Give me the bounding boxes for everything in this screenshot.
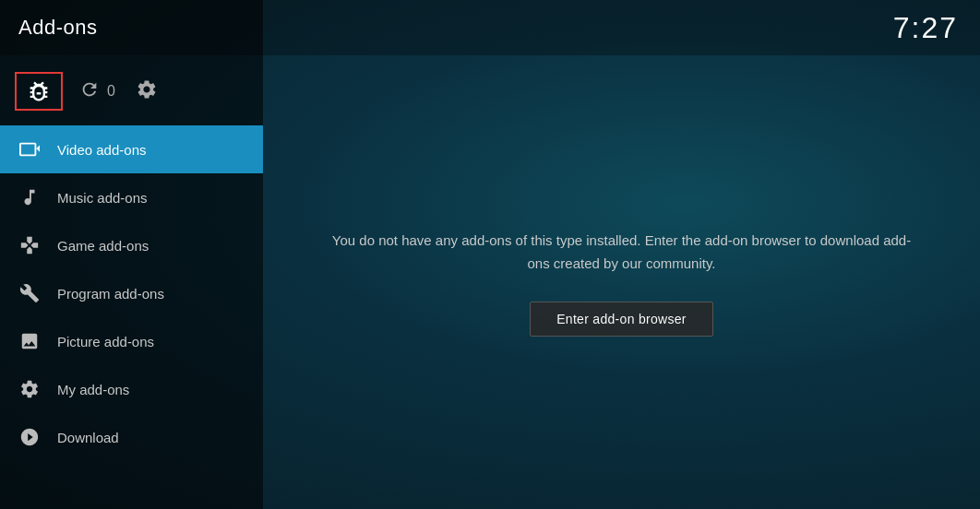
sidebar-item-picture-label: Picture add-ons [57,334,154,349]
game-icon [18,234,41,256]
sidebar: 0 Video add-ons Music add-ons [0,0,263,509]
refresh-button[interactable]: 0 [79,79,115,103]
program-icon [18,282,41,304]
main-content: You do not have any add-ons of this type… [263,55,980,509]
sidebar-item-video[interactable]: Video add-ons [0,125,263,173]
sidebar-item-music-label: Music add-ons [57,190,148,206]
sidebar-nav: Video add-ons Music add-ons Game add-ons [0,125,263,461]
refresh-icon [79,79,100,103]
settings-button[interactable] [136,78,158,104]
refresh-count: 0 [107,83,115,100]
sidebar-item-picture[interactable]: Picture add-ons [0,317,263,365]
music-icon [18,186,41,208]
sidebar-item-download[interactable]: Download [0,413,263,461]
header: Add-ons 7:27 [0,0,980,55]
page-title: Add-ons [18,16,97,40]
sidebar-item-music[interactable]: Music add-ons [0,173,263,221]
empty-state-message: You do not have any add-ons of this type… [327,229,917,276]
toolbar: 0 [0,55,263,122]
myaddon-icon [18,378,41,400]
picture-icon [18,330,41,352]
sidebar-item-game[interactable]: Game add-ons [0,221,263,269]
download-icon [18,426,41,448]
video-icon [18,138,41,160]
sidebar-item-game-label: Game add-ons [57,238,149,254]
sidebar-item-program[interactable]: Program add-ons [0,269,263,317]
addon-manager-icon[interactable] [15,72,63,111]
sidebar-item-myaddon[interactable]: My add-ons [0,365,263,413]
sidebar-item-program-label: Program add-ons [57,286,164,302]
sidebar-item-myaddon-label: My add-ons [57,382,129,397]
clock: 7:27 [893,11,958,45]
sidebar-item-download-label: Download [57,430,119,445]
sidebar-item-video-label: Video add-ons [57,142,146,158]
enter-addon-browser-button[interactable]: Enter add-on browser [530,302,713,337]
